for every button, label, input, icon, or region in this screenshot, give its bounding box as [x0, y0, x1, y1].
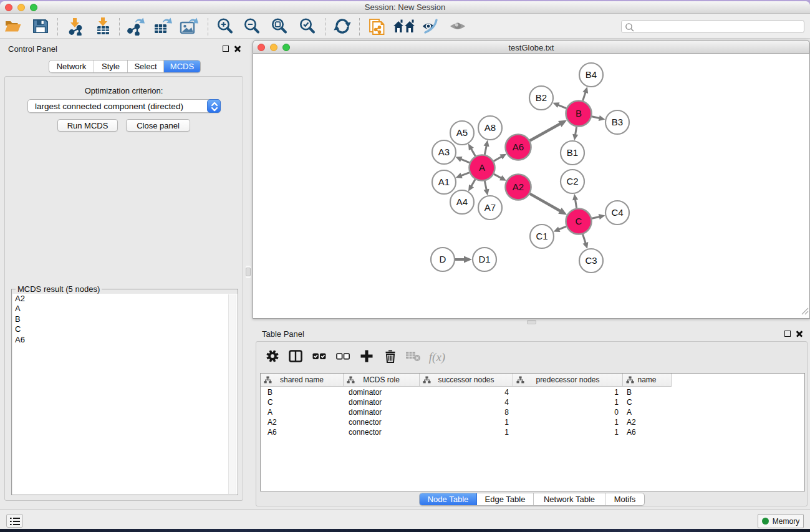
column-header[interactable]: shared name — [261, 374, 344, 386]
float-table-panel-icon[interactable] — [784, 331, 791, 337]
table-cell[interactable]: C — [623, 397, 672, 407]
table-cell[interactable]: A6 — [261, 427, 344, 437]
node-table[interactable]: shared nameMCDS rolesuccessor nodesprede… — [260, 373, 805, 491]
table-cell[interactable]: connector — [344, 427, 420, 437]
home-icon[interactable] — [393, 18, 415, 37]
zoom-selected-icon[interactable] — [298, 17, 317, 38]
graph-edge[interactable] — [494, 174, 502, 178]
task-history-button[interactable] — [6, 514, 23, 528]
table-cell[interactable]: 1 — [513, 417, 623, 427]
column-header[interactable]: name — [623, 374, 672, 386]
tab-network[interactable]: Network — [49, 60, 94, 72]
table-cell[interactable]: dominator — [344, 397, 420, 407]
import-network-icon[interactable] — [66, 17, 85, 38]
refresh-icon[interactable] — [333, 17, 352, 38]
search-input[interactable] — [621, 20, 804, 33]
tab-style[interactable]: Style — [94, 60, 128, 72]
graph-edge[interactable] — [485, 181, 486, 190]
resize-grip-icon[interactable] — [801, 306, 809, 317]
import-table-icon[interactable] — [94, 17, 112, 38]
graph-edge[interactable] — [575, 199, 576, 208]
zoom-fit-icon[interactable] — [270, 17, 289, 38]
table-cell[interactable]: dominator — [344, 407, 420, 417]
result-item[interactable]: A2 — [12, 294, 238, 304]
graph-edge[interactable] — [471, 180, 475, 187]
columns-icon[interactable] — [287, 348, 304, 367]
memory-button[interactable]: Memory — [758, 514, 804, 528]
table-cell[interactable]: 4 — [420, 397, 513, 407]
result-item[interactable]: A6 — [12, 335, 238, 345]
tab-mcds[interactable]: MCDS — [164, 60, 200, 72]
table-cell[interactable]: 1 — [513, 397, 623, 407]
network-canvas[interactable]: AA6A2BCA1A3A4A5A7A8B1B2B3B4C1C2C3C4DD1 — [253, 54, 810, 319]
table-cell[interactable]: 1 — [420, 417, 513, 427]
table-cell[interactable]: B — [261, 387, 344, 397]
graph-edge[interactable] — [583, 92, 586, 101]
table-cell[interactable]: 1 — [513, 427, 623, 437]
run-mcds-button[interactable]: Run MCDS — [57, 119, 118, 132]
settings-icon[interactable] — [264, 348, 281, 367]
table-cell[interactable]: dominator — [344, 387, 420, 397]
table-cell[interactable]: C — [261, 397, 344, 407]
table-cell[interactable]: B — [623, 387, 672, 397]
table-cell[interactable]: A6 — [623, 427, 672, 437]
table-cell[interactable]: 8 — [420, 407, 513, 417]
tab-motifs[interactable]: Motifs — [605, 493, 644, 505]
column-header[interactable]: MCDS role — [344, 374, 420, 386]
function-builder-icon[interactable]: f(x) — [429, 351, 445, 364]
graph-edge[interactable] — [485, 145, 486, 154]
tab-network-table[interactable]: Network Table — [534, 493, 605, 505]
graph-edge[interactable] — [557, 105, 566, 109]
open-file-icon[interactable] — [4, 17, 22, 37]
zoom-out-icon[interactable] — [243, 17, 261, 38]
export-table-icon[interactable] — [153, 17, 173, 38]
close-panel-icon[interactable] — [234, 46, 241, 52]
table-cell[interactable]: A — [623, 407, 672, 417]
graph-edge[interactable] — [460, 159, 470, 163]
table-cell[interactable]: A2 — [623, 417, 672, 427]
result-item[interactable]: C — [12, 324, 238, 334]
table-row[interactable]: Bdominator41B — [261, 387, 804, 397]
graph-edge[interactable] — [530, 194, 561, 211]
show-panel-icon[interactable] — [448, 19, 469, 36]
table-cell[interactable]: A2 — [261, 417, 344, 427]
graph-edge[interactable] — [592, 216, 600, 218]
hide-panel-icon[interactable] — [421, 17, 441, 37]
table-cell[interactable]: A — [261, 407, 344, 417]
zoom-in-icon[interactable] — [216, 17, 234, 38]
float-panel-icon[interactable] — [223, 46, 229, 52]
vertical-divider-grip[interactable] — [246, 268, 251, 276]
table-cell[interactable]: 0 — [513, 407, 623, 417]
table-row[interactable]: A2connector11A2 — [261, 417, 804, 427]
delete-table-icon[interactable] — [405, 349, 422, 365]
graph-edge[interactable] — [460, 173, 470, 177]
table-cell[interactable]: 1 — [420, 427, 513, 437]
table-cell[interactable]: connector — [344, 417, 420, 427]
graph-edge[interactable] — [575, 127, 576, 135]
graph-edge[interactable] — [530, 123, 561, 141]
graph-edge[interactable] — [592, 117, 600, 118]
clone-network-icon[interactable] — [367, 16, 386, 39]
close-table-panel-icon[interactable] — [796, 331, 803, 337]
column-header[interactable]: predecessor nodes — [513, 374, 623, 386]
add-row-icon[interactable] — [359, 348, 375, 367]
network-window-titlebar[interactable]: testGlobe.txt — [253, 40, 810, 54]
graph-edge[interactable] — [583, 234, 586, 244]
table-row[interactable]: Cdominator41C — [261, 397, 804, 407]
graph-edge[interactable] — [558, 226, 566, 230]
export-image-icon[interactable] — [179, 17, 199, 38]
tab-edge-table[interactable]: Edge Table — [477, 493, 534, 505]
graph-edge[interactable] — [494, 157, 503, 162]
close-panel-button[interactable]: Close panel — [126, 119, 190, 132]
mcds-result-list[interactable]: A2ABCA6 — [12, 294, 238, 495]
export-network-icon[interactable] — [127, 17, 147, 38]
table-row[interactable]: Adominator80A — [261, 407, 804, 417]
table-row[interactable]: A6connector11A6 — [261, 427, 804, 437]
table-cell[interactable]: 1 — [513, 387, 623, 397]
select-all-icon[interactable] — [311, 348, 327, 367]
tab-select[interactable]: Select — [128, 60, 164, 72]
graph-edge[interactable] — [471, 148, 475, 156]
tab-node-table[interactable]: Node Table — [420, 493, 477, 505]
table-cell[interactable]: 4 — [420, 387, 513, 397]
result-item[interactable]: B — [12, 314, 238, 324]
